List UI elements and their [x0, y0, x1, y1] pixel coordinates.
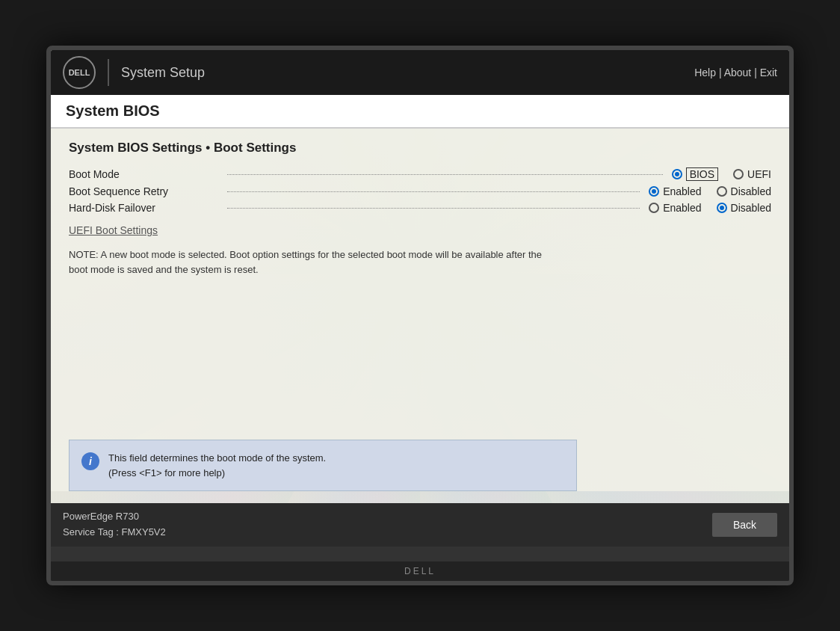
nav-sep2: | — [754, 67, 760, 79]
settings-table: Boot Mode BIOS UEFI — [69, 167, 771, 214]
boot-seq-label: Boot Sequence Retry — [69, 185, 218, 197]
hdd-failover-label: Hard-Disk Failover — [69, 202, 218, 214]
back-button[interactable]: Back — [712, 513, 777, 537]
section-title: System BIOS — [66, 102, 774, 120]
dell-logo: DELL — [63, 56, 96, 89]
boot-seq-options: Enabled Disabled — [649, 185, 771, 197]
hdd-failover-disabled-radio[interactable] — [717, 203, 727, 213]
hdd-failover-disabled-option[interactable]: Disabled — [717, 202, 771, 214]
boot-mode-options: BIOS UEFI — [672, 167, 771, 181]
table-row: Boot Sequence Retry Enabled Disabled — [69, 185, 771, 197]
boot-mode-bios-option[interactable]: BIOS — [672, 167, 718, 181]
exit-link[interactable]: Exit — [760, 67, 777, 79]
boot-seq-disabled-radio[interactable] — [717, 186, 727, 197]
device-name: PowerEdge R730 — [63, 509, 166, 525]
monitor-stand — [51, 547, 789, 561]
info-line2: (Press <F1> for more help) — [108, 466, 326, 481]
hdd-failover-options: Enabled Disabled — [649, 202, 771, 214]
footer-device-info: PowerEdge R730 Service Tag : FMXY5V2 — [63, 509, 166, 541]
hdd-failover-disabled-label: Disabled — [731, 202, 771, 214]
table-row: Boot Mode BIOS UEFI — [69, 167, 771, 181]
boot-seq-enabled-radio[interactable] — [649, 186, 659, 197]
info-text: This field determines the boot mode of t… — [108, 451, 326, 480]
footer: PowerEdge R730 Service Tag : FMXY5V2 Bac… — [51, 503, 789, 547]
boot-mode-uefi-label: UEFI — [747, 168, 771, 180]
hdd-failover-enabled-radio[interactable] — [649, 203, 659, 213]
section-title-bar: System BIOS — [51, 95, 789, 129]
service-tag: Service Tag : FMXY5V2 — [63, 525, 166, 541]
dots-separator — [227, 208, 640, 209]
boot-seq-enabled-option[interactable]: Enabled — [649, 185, 701, 197]
boot-mode-label: Boot Mode — [69, 168, 218, 180]
header-divider — [108, 59, 109, 86]
dots-separator — [227, 191, 640, 192]
hdd-failover-enabled-option[interactable]: Enabled — [649, 202, 701, 214]
boot-seq-enabled-label: Enabled — [663, 185, 701, 197]
header-bar: DELL System Setup Help | About | Exit — [51, 50, 789, 95]
table-row: Hard-Disk Failover Enabled Disabled — [69, 202, 771, 214]
boot-mode-uefi-radio[interactable] — [733, 169, 744, 179]
uefi-boot-settings-link[interactable]: UEFI Boot Settings — [69, 224, 158, 236]
nav-sep1: | — [719, 67, 724, 79]
info-line1: This field determines the boot mode of t… — [108, 451, 326, 466]
boot-mode-bios-label: BIOS — [686, 167, 718, 181]
breadcrumb: System BIOS Settings • Boot Settings — [69, 141, 771, 156]
boot-mode-uefi-option[interactable]: UEFI — [733, 168, 771, 180]
header-nav: Help | About | Exit — [694, 67, 777, 79]
help-link[interactable]: Help — [694, 67, 716, 79]
boot-seq-disabled-label: Disabled — [731, 185, 771, 197]
dell-brand-label: DELL — [51, 561, 789, 581]
main-area: System BIOS System BIOS Settings • Boot … — [51, 95, 789, 491]
about-link[interactable]: About — [724, 67, 752, 79]
content-area: System BIOS Settings • Boot Settings Boo… — [51, 129, 789, 428]
header-title: System Setup — [121, 65, 694, 81]
boot-mode-bios-radio[interactable] — [672, 169, 682, 179]
info-icon: i — [81, 452, 99, 470]
note-text: NOTE: A new boot mode is selected. Boot … — [69, 247, 562, 277]
info-box: i This field determines the boot mode of… — [69, 440, 577, 491]
boot-seq-disabled-option[interactable]: Disabled — [717, 185, 771, 197]
dots-separator — [227, 174, 663, 175]
hdd-failover-enabled-label: Enabled — [663, 202, 701, 214]
